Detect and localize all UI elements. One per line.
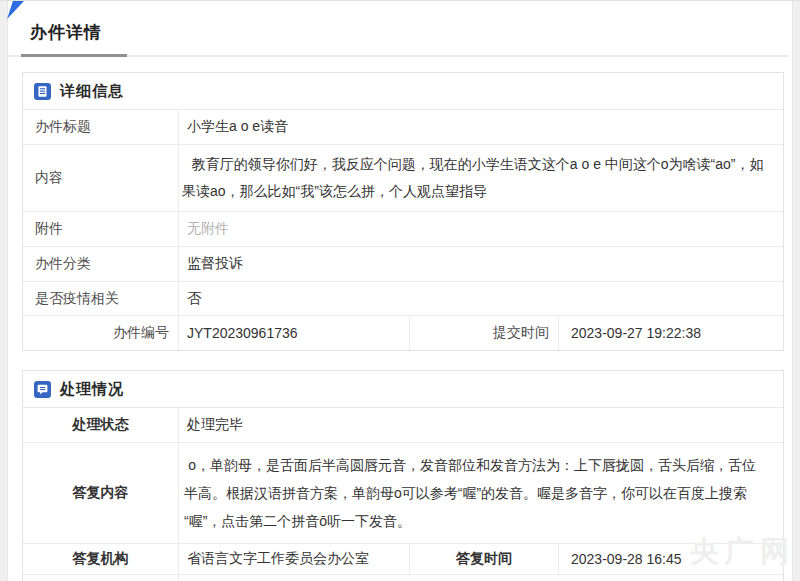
row-value: 处理完毕 bbox=[179, 408, 783, 442]
detail-info-card: 详细信息 办件标题 小学生a o e读音 内容 教育厅的领导你们好，我反应个问题… bbox=[22, 72, 784, 351]
row-value: 无附件 bbox=[179, 212, 783, 246]
row-label: 答复机构 bbox=[23, 544, 179, 574]
table-row-number-time: 办件编号 JYT20230961736 提交时间 2023-09-27 19:2… bbox=[23, 316, 783, 350]
detail-page: 办件详情 详细信息 办件标题 小学生a o e读音 bbox=[0, 0, 800, 581]
row-value: 无附件 bbox=[179, 575, 783, 581]
title-underline bbox=[8, 54, 792, 57]
corner-ribbon-icon bbox=[6, 1, 24, 19]
row-value-reply-time: 2023-09-28 16:45 bbox=[559, 544, 783, 574]
document-icon bbox=[34, 83, 51, 100]
table-row-agency-time: 答复机构 省语言文字工作委员会办公室 答复时间 2023-09-28 16:45 bbox=[23, 544, 783, 575]
row-label-submit-time: 提交时间 bbox=[409, 316, 559, 350]
row-label: 附件 bbox=[23, 212, 179, 246]
table-row-attachment: 附 件 无附件 bbox=[23, 575, 783, 581]
detail-card-title: 详细信息 bbox=[60, 82, 124, 101]
row-value-submit-time: 2023-09-27 19:22:38 bbox=[559, 316, 783, 350]
row-label: 办件标题 bbox=[23, 110, 179, 144]
row-value: 小学生a o e读音 bbox=[179, 110, 783, 144]
table-row-epidemic: 是否疫情相关 否 bbox=[23, 282, 783, 316]
table-row-status: 处理状态 处理完毕 bbox=[23, 408, 783, 443]
row-value: 教育厅的领导你们好，我反应个问题，现在的小学生语文这个a o e 中间这个o为啥… bbox=[179, 145, 783, 211]
table-row-reply: 答复内容 o，单韵母，是舌面后半高圆唇元音，发音部位和发音方法为：上下唇拢圆，舌… bbox=[23, 443, 783, 544]
row-label-reply-time: 答复时间 bbox=[409, 544, 559, 574]
table-row-category: 办件分类 监督投诉 bbox=[23, 247, 783, 282]
row-label: 办件编号 bbox=[23, 316, 179, 350]
process-card-header: 处理情况 bbox=[23, 371, 783, 408]
row-value: 省语言文字工作委员会办公室 bbox=[179, 544, 409, 574]
table-row-title: 办件标题 小学生a o e读音 bbox=[23, 110, 783, 145]
row-value: o，单韵母，是舌面后半高圆唇元音，发音部位和发音方法为：上下唇拢圆，舌头后缩，舌… bbox=[179, 443, 783, 543]
row-label: 附 件 bbox=[23, 575, 179, 581]
table-row-content: 内容 教育厅的领导你们好，我反应个问题，现在的小学生语文这个a o e 中间这个… bbox=[23, 145, 783, 212]
page-title: 办件详情 bbox=[30, 21, 800, 44]
row-label: 答复内容 bbox=[23, 443, 179, 543]
row-label: 是否疫情相关 bbox=[23, 282, 179, 315]
process-card: 处理情况 处理状态 处理完毕 答复内容 o，单韵母，是舌面后半高圆唇元音，发音部… bbox=[22, 370, 784, 581]
process-card-title: 处理情况 bbox=[60, 380, 124, 399]
row-label: 办件分类 bbox=[23, 247, 179, 281]
left-gutter bbox=[0, 1, 8, 581]
right-gutter bbox=[792, 1, 800, 581]
row-label: 处理状态 bbox=[23, 408, 179, 442]
reply-icon bbox=[34, 381, 51, 398]
row-value: JYT20230961736 bbox=[179, 316, 409, 350]
row-value: 监督投诉 bbox=[179, 247, 783, 281]
row-label: 内容 bbox=[23, 145, 179, 211]
detail-card-header: 详细信息 bbox=[23, 73, 783, 110]
row-value: 否 bbox=[179, 282, 783, 315]
table-row-attachment: 附件 无附件 bbox=[23, 212, 783, 247]
